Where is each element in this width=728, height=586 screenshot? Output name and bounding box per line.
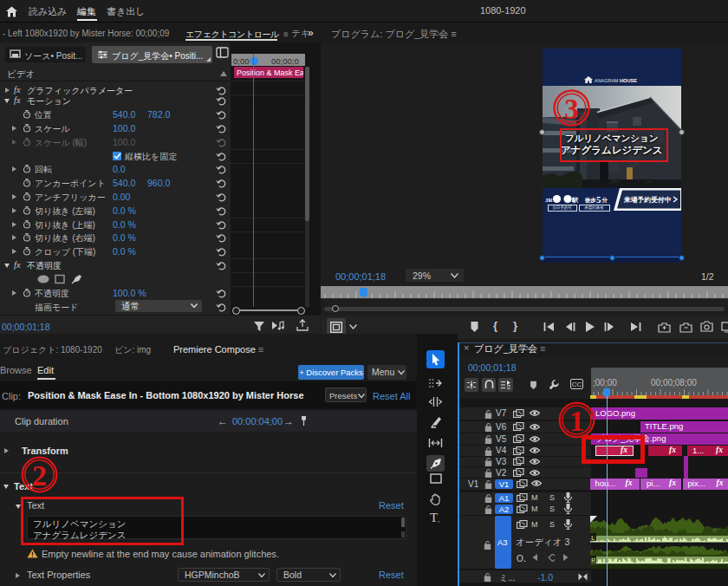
svg-text:5: 5	[596, 194, 601, 205]
svg-text:2: 2	[32, 459, 47, 491]
svg-text:JR: JR	[545, 197, 554, 204]
svg-text:分: 分	[601, 197, 608, 204]
svg-text:駅: 駅	[571, 197, 579, 204]
svg-text:3: 3	[564, 93, 579, 124]
svg-text:1: 1	[569, 404, 584, 436]
svg-text:来場予約受付中: 来場予約受付中	[623, 196, 672, 204]
svg-text:徒歩: 徒歩	[584, 197, 596, 204]
svg-text:HOUSE: HOUSE	[620, 78, 637, 83]
svg-text:R: R	[591, 557, 595, 563]
svg-text:L: L	[591, 535, 595, 541]
svg-text:ANAGRAM: ANAGRAM	[595, 78, 619, 83]
